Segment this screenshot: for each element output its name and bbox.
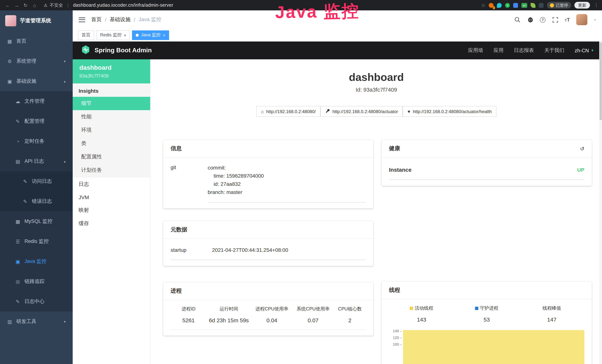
sidebar-item-home[interactable]: ▦ 首页: [0, 31, 73, 51]
sidebar-item-api-logs[interactable]: ▤ API 日志 ▲: [0, 151, 73, 171]
extension-fox-icon[interactable]: 1: [489, 3, 494, 8]
health-instance-row[interactable]: Instance UP: [389, 163, 584, 180]
tab-redis-monitor[interactable]: Redis 监控 ×: [97, 30, 130, 40]
sidebar-item-mysql-monitor[interactable]: ▦ MySQL 监控: [0, 211, 73, 231]
extension-pine-icon[interactable]: [539, 3, 544, 8]
sidebar-item-label: 系统管理: [16, 58, 36, 64]
process-card-title: 进程: [171, 288, 182, 294]
avatar-caret-icon[interactable]: ▼: [594, 18, 596, 21]
legend-value: 143: [389, 316, 454, 323]
tab-java-monitor[interactable]: Java 监控 ×: [132, 30, 169, 40]
browser-home-icon[interactable]: ⌂: [30, 2, 39, 8]
eye-icon: ◎: [15, 279, 21, 284]
process-stat: 进程ID 5261: [171, 306, 206, 323]
breadcrumb-infrastructure[interactable]: 基础设施: [110, 16, 130, 23]
metadata-value: 2021-04-27T00:44:31.254+08:00: [212, 247, 288, 253]
history-icon[interactable]: ↺: [580, 146, 584, 151]
sba-menu-metrics[interactable]: 性能: [73, 110, 150, 124]
sba-menu-jvm[interactable]: JVM: [73, 191, 150, 203]
sidebar-item-infrastructure[interactable]: ▣ 基础设施 ▲: [0, 71, 73, 91]
sba-nav-journal[interactable]: 日志报表: [514, 47, 534, 54]
sba-instance-header[interactable]: dashboard 93a3fc7f7409: [73, 59, 150, 84]
chevron-down-icon: ▼: [591, 49, 594, 52]
service-url-button[interactable]: ⌂ http://192.168.0.2:48080/: [256, 106, 321, 117]
avatar[interactable]: [576, 14, 587, 25]
health-url-button[interactable]: ♥ http://192.168.0.2:48080/actuator/heal…: [403, 106, 497, 117]
process-stats-row: 进程ID 5261 运行时间 6d 23h 15m 59s 进程CPU使用率: [171, 306, 366, 330]
github-icon[interactable]: [527, 16, 534, 23]
browser-menu-icon[interactable]: ⋮: [594, 3, 599, 8]
bookmark-star-icon[interactable]: ☆: [481, 2, 485, 8]
sba-nav-wallboard[interactable]: 应用墙: [468, 47, 483, 54]
sidebar-item-tracing[interactable]: ◎ 链路追踪: [0, 271, 73, 291]
browser-reload-icon[interactable]: ↻: [22, 2, 30, 8]
sidebar-item-java-monitor[interactable]: ▣ Java 监控: [0, 251, 73, 271]
page-scrollbar[interactable]: [599, 42, 602, 364]
tab-label: 首页: [82, 32, 90, 38]
sba-menu-logs[interactable]: 日志: [73, 178, 150, 191]
chrome-update-button[interactable]: 更新: [574, 2, 590, 9]
close-icon[interactable]: ×: [124, 33, 126, 37]
help-icon[interactable]: ?: [540, 17, 546, 22]
hamburger-icon[interactable]: [79, 17, 85, 22]
browser-back-icon[interactable]: ←: [4, 2, 12, 8]
sba-nav-applications[interactable]: 应用: [494, 47, 504, 54]
extension-grid-icon[interactable]: [513, 3, 518, 8]
sidebar-item-dev-tools[interactable]: ▥ 研发工具 ▼: [0, 311, 73, 332]
home-icon: ⌂: [261, 109, 264, 114]
close-icon[interactable]: ×: [163, 33, 165, 37]
actuator-url-button[interactable]: http://192.168.0.2:48080/actuator: [321, 106, 403, 117]
browser-forward-icon[interactable]: →: [13, 2, 21, 8]
sba-menu-environment[interactable]: 环境: [73, 124, 150, 137]
font-size-icon[interactable]: TT: [565, 17, 570, 23]
extension-check-icon[interactable]: v: [505, 3, 510, 8]
scrollbar-thumb[interactable]: [600, 42, 602, 120]
paused-badge[interactable]: 已暂停: [547, 2, 571, 9]
sidebar-item-scheduled-tasks[interactable]: ◔ 定时任务: [0, 131, 73, 151]
sidebar-item-config-mgmt[interactable]: ✎ 配置管理: [0, 111, 73, 131]
legend-item: 守护进程 53: [454, 305, 519, 323]
sidebar-item-label: 访问日志: [32, 178, 52, 185]
sba-menu-details[interactable]: 细节: [73, 97, 150, 110]
fullscreen-icon[interactable]: [552, 16, 559, 23]
sba-menu-config-props[interactable]: 配置属性: [73, 150, 150, 163]
heart-icon: ♥: [408, 109, 410, 114]
sba-menu-mappings[interactable]: 映射: [73, 203, 150, 217]
address-bar[interactable]: ⚠ 不安全 | dashboard.yudao.iocoder.cn/infra…: [44, 2, 173, 8]
active-dot: [136, 33, 139, 37]
sba-group-label: Insights: [73, 84, 150, 97]
document-icon: ✎: [22, 179, 28, 184]
sidebar-item-file-mgmt[interactable]: ☁ 文件管理: [0, 91, 73, 111]
extension-drop-icon[interactable]: [497, 3, 502, 8]
threads-card-title: 线程: [389, 287, 400, 294]
sidebar-item-system-mgmt[interactable]: ⚙ 系统管理 ▼: [0, 51, 73, 71]
info-card-title: 信息: [171, 145, 182, 152]
tab-home[interactable]: 首页: [78, 30, 94, 40]
process-stat: 运行时间 6d 23h 15m 59s: [206, 306, 251, 323]
document-icon: ▤: [15, 159, 21, 164]
breadcrumb-home[interactable]: 首页: [91, 16, 102, 23]
git-branch-line: branch: master: [208, 188, 366, 196]
sba-nav-about[interactable]: 关于我们: [544, 47, 564, 54]
sidebar-item-error-logs[interactable]: ✎ 错误日志: [0, 191, 73, 211]
sidebar-item-access-logs[interactable]: ✎ 访问日志: [0, 171, 73, 191]
stat-value: 2: [334, 317, 366, 323]
sba-menu-scheduled-tasks[interactable]: 计划任务: [73, 163, 150, 177]
sidebar-item-label: 基础设施: [16, 78, 36, 85]
sidebar-item-redis-monitor[interactable]: ☰ Redis 监控: [0, 231, 73, 251]
sba-language-select[interactable]: zh-CN ▼: [575, 48, 594, 53]
app-logo[interactable]: 芋道管理系统: [0, 11, 73, 31]
paused-label: 已暂停: [556, 2, 568, 8]
document-icon: ✎: [22, 199, 28, 204]
sba-menu-classes[interactable]: 类: [73, 137, 150, 150]
search-icon[interactable]: [514, 16, 521, 23]
extension-leaf-icon[interactable]: [531, 3, 536, 8]
sba-brand-title[interactable]: Spring Boot Admin: [95, 47, 152, 54]
info-git-row: git commit: time: 1596289704000 id: 27aa…: [171, 163, 366, 203]
monitor-icon: ▣: [15, 259, 21, 264]
app-title: 芋道管理系统: [20, 17, 51, 24]
sba-menu-caches[interactable]: 缓存: [73, 217, 150, 230]
sidebar-item-log-center[interactable]: ✎ 日志中心: [0, 291, 73, 311]
extension-on-icon[interactable]: on: [521, 3, 527, 8]
health-card-title: 健康: [389, 145, 400, 152]
